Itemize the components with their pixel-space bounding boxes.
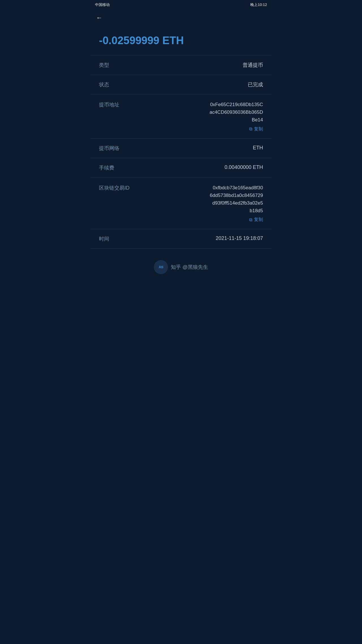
- txid-copy-icon: ⧉: [249, 217, 252, 222]
- footer-watermark: Ati 知乎 @黑狼先生: [90, 249, 272, 280]
- address-label: 提币地址: [99, 101, 125, 108]
- txid-content: 0xfbdcb73e165ead8f306dd5738bd1a0c8456729…: [210, 184, 263, 223]
- type-label: 类型: [99, 62, 115, 68]
- platform-logo-text: Ati: [159, 265, 163, 269]
- address-content: 0xFe65C219c68Db135Cac4CD60936036Bb365DBe…: [210, 101, 263, 132]
- back-button[interactable]: ←: [96, 13, 105, 23]
- network-value: ETH: [253, 145, 263, 151]
- type-row: 类型 普通提币: [90, 55, 272, 75]
- network-row: 提币网络 ETH: [90, 139, 272, 158]
- status-row: 状态 已完成: [90, 75, 272, 95]
- txid-copy-button[interactable]: ⧉ 复制: [210, 217, 263, 223]
- txid-section: 区块链交易ID 0xfbdcb73e165ead8f306dd5738bd1a0…: [90, 178, 272, 229]
- amount-section: -0.02599999 ETH: [90, 26, 272, 55]
- status-bar: 中国移动 晚上10:12: [90, 0, 272, 10]
- copy-icon: ⧉: [249, 126, 252, 132]
- txid-copy-label: 复制: [254, 217, 263, 223]
- time-row: 时间 2021-11-15 19:18:07: [90, 229, 272, 249]
- fee-row: 手续费 0.00400000 ETH: [90, 158, 272, 178]
- txid-label: 区块链交易ID: [99, 184, 135, 191]
- status-label: 状态: [99, 81, 115, 88]
- type-value: 普通提币: [243, 62, 263, 68]
- txid-text: 0xfbdcb73e165ead8f306dd5738bd1a0c8456729…: [210, 184, 263, 215]
- fee-label: 手续费: [99, 164, 120, 171]
- address-copy-button[interactable]: ⧉ 复制: [210, 126, 263, 132]
- amount-value: -0.02599999 ETH: [99, 35, 263, 47]
- address-copy-label: 复制: [254, 126, 263, 132]
- watermark-text: 知乎 @黑狼先生: [171, 264, 208, 271]
- time-text: 晚上10:12: [250, 2, 267, 7]
- carrier-text: 中国移动: [95, 2, 110, 7]
- address-text: 0xFe65C219c68Db135Cac4CD60936036Bb365DBe…: [210, 101, 263, 124]
- nav-bar: ←: [90, 10, 272, 26]
- network-label: 提币网络: [99, 145, 125, 152]
- status-value: 已完成: [248, 81, 263, 88]
- time-value: 2021-11-15 19:18:07: [216, 235, 263, 241]
- fee-value: 0.00400000 ETH: [225, 164, 263, 170]
- address-section: 提币地址 0xFe65C219c68Db135Cac4CD60936036Bb3…: [90, 95, 272, 139]
- time-label: 时间: [99, 235, 115, 242]
- platform-logo: Ati: [154, 260, 168, 274]
